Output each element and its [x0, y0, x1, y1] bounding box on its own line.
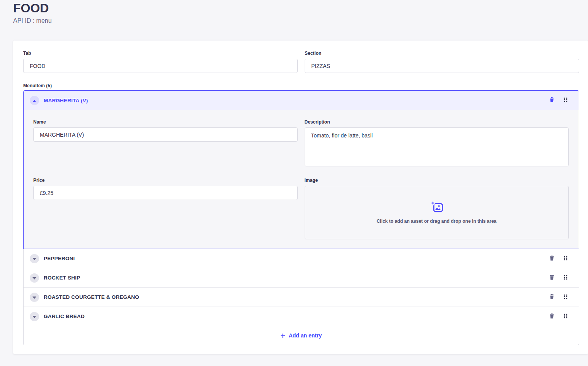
chevron-down-icon [32, 275, 36, 281]
accordion-title: PEPPERONI [44, 256, 75, 261]
delete-button[interactable] [549, 97, 555, 103]
accordion-header[interactable]: ROASTED COURGETTE & OREGANO [24, 288, 579, 307]
section-field-label: Section [305, 51, 579, 56]
plus-icon [281, 334, 285, 338]
collapsed-rows: PEPPERONI [23, 249, 579, 345]
accordion-header[interactable]: PEPPERONI [24, 249, 579, 268]
image-dropzone[interactable]: Click to add an asset or drag and drop o… [305, 186, 569, 239]
drag-handle-icon [563, 313, 568, 320]
drag-handle[interactable] [562, 97, 569, 103]
delete-button[interactable] [549, 275, 555, 281]
add-entry-label: Add an entry [289, 332, 322, 339]
name-field-label: Name [33, 119, 298, 125]
image-field: Image Click to add an asset or drag [305, 178, 569, 239]
accordion-toggle-button[interactable] [30, 254, 39, 263]
accordion-title: ROCKET SHIP [44, 275, 80, 281]
drag-handle-icon [563, 255, 568, 262]
drag-handle[interactable] [562, 294, 569, 300]
accordion-item-expanded: MARGHERITA (V) Name [23, 90, 579, 249]
menuitem-group-label: MenuItem (5) [23, 83, 579, 88]
drag-handle-icon [563, 97, 568, 104]
trash-icon [549, 274, 555, 281]
section-field: Section [305, 51, 579, 73]
accordion-item: PEPPERONI [24, 249, 579, 268]
accordion-header[interactable]: MARGHERITA (V) [24, 91, 579, 110]
chevron-down-icon [32, 256, 36, 261]
accordion-header[interactable]: GARLIC BREAD [24, 307, 579, 326]
chevron-down-icon [32, 313, 36, 319]
price-input[interactable] [33, 186, 298, 200]
trash-icon [549, 294, 555, 301]
tab-field-label: Tab [23, 51, 298, 56]
add-entry-button[interactable]: Add an entry [24, 326, 579, 345]
description-field-label: Description [305, 119, 569, 125]
trash-icon [549, 313, 555, 320]
accordion-toggle-button[interactable] [30, 273, 39, 283]
name-field: Name [33, 119, 298, 168]
api-id-subtitle: API ID : menu [13, 17, 52, 24]
description-textarea[interactable] [305, 127, 569, 166]
accordion-item: GARLIC BREAD [24, 307, 579, 326]
price-field-label: Price [33, 178, 298, 183]
drag-handle-icon [563, 294, 568, 301]
accordion-toggle-button[interactable] [30, 293, 39, 302]
content-card: Tab Section MenuItem (5) MARGHERITA (V) [13, 41, 588, 354]
accordion-title: GARLIC BREAD [44, 313, 85, 319]
dropzone-caption: Click to add an asset or drag and drop o… [377, 219, 496, 224]
picture-add-icon [430, 201, 443, 214]
drag-handle[interactable] [562, 275, 569, 281]
accordion-toggle-button[interactable] [30, 96, 39, 105]
tab-input[interactable] [23, 59, 298, 73]
chevron-down-icon [32, 294, 36, 300]
accordion-body: Name Description Price Image [24, 110, 579, 249]
menuitem-list: MARGHERITA (V) Name [23, 90, 579, 345]
delete-button[interactable] [549, 294, 555, 300]
accordion-title: ROASTED COURGETTE & OREGANO [44, 294, 139, 300]
drag-handle[interactable] [562, 256, 569, 262]
accordion-header[interactable]: ROCKET SHIP [24, 268, 579, 287]
drag-handle[interactable] [562, 313, 569, 320]
name-input[interactable] [33, 127, 298, 142]
delete-button[interactable] [549, 313, 555, 320]
image-field-label: Image [305, 178, 569, 183]
accordion-title: MARGHERITA (V) [44, 98, 88, 103]
trash-icon [549, 97, 555, 104]
tab-field: Tab [23, 51, 298, 73]
accordion-toggle-button[interactable] [30, 312, 39, 321]
chevron-up-icon [32, 98, 36, 103]
accordion-item: ROCKET SHIP [24, 268, 579, 288]
description-field: Description [305, 119, 569, 168]
price-field: Price [33, 178, 298, 239]
accordion-item: ROASTED COURGETTE & OREGANO [24, 288, 579, 307]
top-fields: Tab Section [23, 51, 579, 73]
page-title: FOOD [13, 1, 49, 15]
section-input[interactable] [305, 59, 579, 73]
drag-handle-icon [563, 274, 568, 281]
trash-icon [549, 255, 555, 262]
delete-button[interactable] [549, 256, 555, 262]
